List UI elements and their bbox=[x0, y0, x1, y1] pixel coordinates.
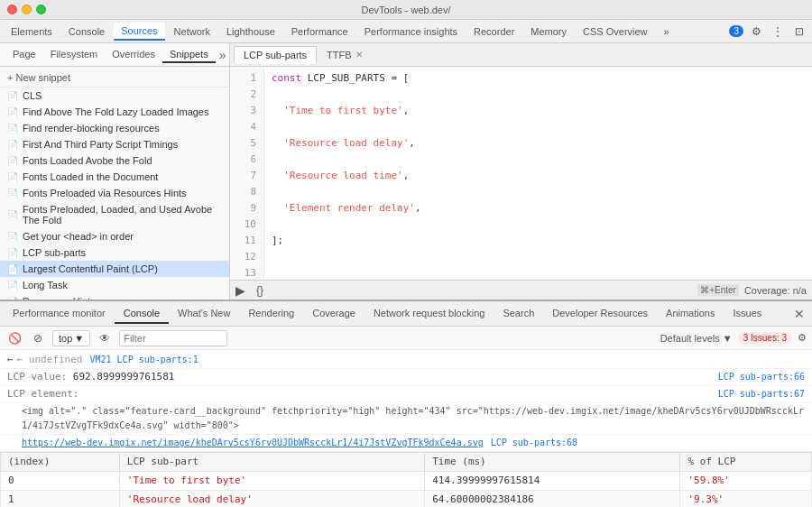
snippet-long-task[interactable]: 📄 Long Task bbox=[0, 277, 229, 293]
close-panel-icon[interactable]: ✕ bbox=[790, 307, 808, 321]
lcp-value: 692.8999999761581 bbox=[73, 371, 175, 383]
lcp-element-location[interactable]: LCP sub-parts:67 bbox=[711, 387, 805, 401]
tab-elements[interactable]: Elements bbox=[4, 23, 60, 40]
tab-console[interactable]: Console bbox=[61, 23, 112, 40]
devtools-toolbar: Elements Console Sources Network Lightho… bbox=[0, 20, 812, 43]
snippet-fonts-fold[interactable]: 📄 Fonts Loaded Avobe the Fold bbox=[0, 152, 229, 169]
snippet-lcp-sub-parts[interactable]: 📄 LCP sub-parts bbox=[0, 244, 229, 261]
tab-lighthouse[interactable]: Lighthouse bbox=[219, 23, 282, 40]
minimize-button[interactable] bbox=[22, 5, 32, 14]
lcp-img-location[interactable]: LCP sub-parts:68 bbox=[484, 436, 577, 450]
editor-tab-label: TTFB bbox=[327, 50, 352, 60]
snippet-name: LCP sub-parts bbox=[23, 247, 86, 258]
lcp-url-line: https://web-dev.imgix.net/image/kheDArv5… bbox=[0, 435, 812, 452]
snippet-name: Find Above The Fold Lazy Loaded Images bbox=[23, 106, 209, 117]
snippet-file-icon: 📄 bbox=[7, 264, 18, 274]
tab-recorder[interactable]: Recorder bbox=[466, 23, 521, 40]
code-editor[interactable]: 12345 678910 1112131415 1617181920 2122 … bbox=[230, 67, 812, 280]
tab-performance[interactable]: Performance bbox=[284, 23, 355, 40]
tab-console-bottom[interactable]: Console bbox=[115, 304, 169, 324]
top-context-button[interactable]: top ▼ bbox=[52, 330, 90, 346]
settings-icon[interactable]: ⚙ bbox=[747, 23, 765, 41]
tab-perf-monitor[interactable]: Performance monitor bbox=[4, 304, 115, 324]
window-title: DevTools - web.dev/ bbox=[361, 5, 450, 15]
col-lcp-sub-part: LCP sub-part bbox=[119, 453, 424, 472]
sidebar-tab-page[interactable]: Page bbox=[5, 47, 43, 63]
cell-pct: '9.3%' bbox=[680, 491, 812, 508]
eye-icon[interactable]: 👁 bbox=[96, 329, 114, 347]
vm-location-1[interactable]: VM21 LCP sub-parts:1 bbox=[82, 353, 198, 367]
sidebar-tab-filesystem[interactable]: Filesystem bbox=[43, 47, 106, 63]
sidebar-tabs: Page Filesystem Overrides Snippets bbox=[5, 47, 216, 63]
clear-console-icon[interactable]: 🚫 bbox=[5, 329, 23, 347]
tab-sources[interactable]: Sources bbox=[114, 23, 164, 41]
tab-network[interactable]: Network bbox=[167, 23, 217, 40]
lcp-element-label: LCP element: bbox=[7, 388, 78, 400]
window-controls[interactable] bbox=[7, 5, 46, 14]
bottom-panel: Performance monitor Console What's New R… bbox=[0, 300, 812, 507]
tab-dev-resources[interactable]: Developer Resources bbox=[543, 304, 657, 324]
sidebar-tab-overrides[interactable]: Overrides bbox=[105, 47, 162, 63]
tab-performance-insights[interactable]: Performance insights bbox=[357, 23, 465, 40]
tab-issues[interactable]: Issues bbox=[724, 304, 770, 324]
tab-search[interactable]: Search bbox=[494, 304, 543, 324]
issues-badge[interactable]: 3 bbox=[729, 25, 743, 37]
maximize-button[interactable] bbox=[36, 5, 46, 14]
snippet-name: Fonts Loaded in the Document bbox=[23, 171, 158, 182]
table-row: 1 'Resource load delay' 64.6000000238418… bbox=[1, 491, 812, 508]
braces-icon[interactable]: {} bbox=[251, 281, 269, 300]
cell-time: 414.39999997615814 bbox=[425, 472, 680, 491]
cell-index: 1 bbox=[1, 491, 120, 508]
tab-memory[interactable]: Memory bbox=[523, 23, 574, 40]
sidebar-tab-snippets[interactable]: Snippets bbox=[162, 47, 216, 63]
snippet-above-fold[interactable]: 📄 Find Above The Fold Lazy Loaded Images bbox=[0, 104, 229, 120]
console-filter-input[interactable] bbox=[119, 330, 227, 346]
new-snippet-button[interactable]: + New snippet bbox=[0, 69, 229, 88]
snippet-fonts-preloaded[interactable]: 📄 Fonts Preloaded via Resources Hints bbox=[0, 185, 229, 201]
stop-icon[interactable]: ⊘ bbox=[29, 329, 47, 347]
dock-icon[interactable]: ⊡ bbox=[790, 23, 808, 41]
line-numbers: 12345 678910 1112131415 1617181920 2122 bbox=[230, 67, 264, 280]
editor-tab-lcp-sub-parts[interactable]: LCP sub-parts bbox=[234, 46, 317, 64]
lcp-img-url[interactable]: https://web-dev.imgix.net/image/kheDArv5… bbox=[22, 436, 484, 450]
snippet-resources-hints[interactable]: 📄 Resources Hints bbox=[0, 293, 229, 300]
snippet-file-icon: 📄 bbox=[7, 210, 18, 220]
tab-more[interactable]: » bbox=[657, 23, 677, 40]
tab-whats-new[interactable]: What's New bbox=[169, 304, 239, 324]
snippet-lcp[interactable]: 📄 Largest Contentful Paint (LCP) bbox=[0, 261, 229, 277]
close-button[interactable] bbox=[7, 5, 17, 14]
tab-rendering[interactable]: Rendering bbox=[239, 304, 303, 324]
expand-icon[interactable]: ← bbox=[7, 353, 14, 367]
more-options-icon[interactable]: ⋮ bbox=[769, 23, 787, 41]
snippet-file-icon: 📄 bbox=[7, 107, 18, 117]
sidebar-more-icon[interactable]: » bbox=[219, 48, 226, 62]
code-content[interactable]: const LCP_SUB_PARTS = [ 'Time to first b… bbox=[264, 67, 812, 280]
snippet-cls[interactable]: 📄 CLS bbox=[0, 88, 229, 104]
snippet-third-party[interactable]: 📄 First And Third Party Script Timings bbox=[0, 136, 229, 152]
titlebar: DevTools - web.dev/ bbox=[0, 0, 812, 20]
snippet-name: Largest Contentful Paint (LCP) bbox=[23, 263, 158, 274]
snippet-name: First And Third Party Script Timings bbox=[23, 139, 178, 150]
lcp-value-location[interactable]: LCP sub-parts:66 bbox=[711, 370, 805, 384]
close-tab-icon[interactable]: ✕ bbox=[355, 50, 363, 60]
tab-animations[interactable]: Animations bbox=[657, 304, 724, 324]
editor-tab-ttfb[interactable]: TTFB ✕ bbox=[317, 46, 373, 64]
run-button[interactable]: ▶ bbox=[235, 283, 245, 298]
snippet-head-order[interactable]: 📄 Get your <head> in order bbox=[0, 228, 229, 244]
tab-css-overview[interactable]: CSS Overview bbox=[576, 23, 655, 40]
console-settings-icon[interactable]: ⚙ bbox=[798, 332, 807, 344]
snippet-fonts-doc[interactable]: 📄 Fonts Loaded in the Document bbox=[0, 169, 229, 185]
snippet-name: Fonts Loaded Avobe the Fold bbox=[23, 155, 152, 166]
toolbar-right: 3 ⚙ ⋮ ⊡ bbox=[729, 23, 808, 41]
snippet-name: Fonts Preloaded via Resources Hints bbox=[23, 188, 187, 198]
snippet-render-blocking[interactable]: 📄 Find render-blocking resources bbox=[0, 120, 229, 136]
issues-count-badge[interactable]: 3 Issues: 3 bbox=[738, 332, 792, 344]
snippet-fonts-preloaded-full[interactable]: 📄 Fonts Preloaded, Loaded, and Used Avob… bbox=[0, 201, 229, 228]
tab-network-blocking[interactable]: Network request blocking bbox=[364, 304, 494, 324]
console-undefined-line: ← ← undefined VM21 LCP sub-parts:1 bbox=[0, 352, 812, 369]
tab-coverage[interactable]: Coverage bbox=[303, 304, 364, 324]
editor-tab-label: LCP sub-parts bbox=[244, 50, 307, 60]
run-shortcut: ⌘+Enter bbox=[697, 284, 739, 296]
default-levels-button[interactable]: Default levels ▼ bbox=[660, 333, 733, 344]
col-pct: % of LCP bbox=[680, 453, 812, 472]
